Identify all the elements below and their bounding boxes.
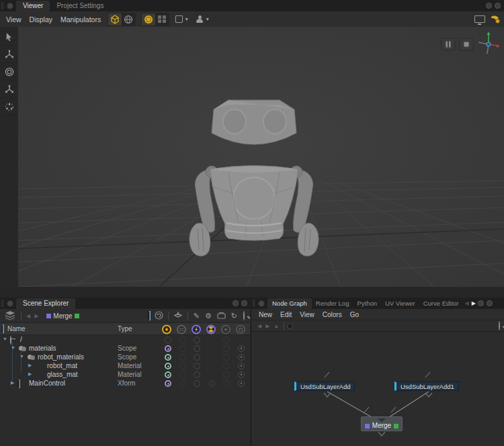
display-options-monitor-icon[interactable] <box>473 13 487 26</box>
viewport-toolstrip <box>0 27 18 287</box>
3d-scene[interactable] <box>18 27 504 287</box>
pane-maximize-icon[interactable] <box>487 300 493 306</box>
node-usdsublayeradd1[interactable]: UsdSubLayerAdd1 <box>394 382 459 391</box>
node-merge[interactable]: Merge <box>361 416 403 431</box>
edit-pencil-icon[interactable]: ✎ <box>191 312 202 320</box>
collapsed-icon[interactable]: ▶ <box>11 380 14 386</box>
path-node-icon[interactable] <box>287 323 293 329</box>
forward-arrow-icon[interactable]: ▶ <box>32 313 40 319</box>
menu-view[interactable]: View <box>3 14 25 25</box>
tab-scroll-left-icon[interactable]: ◀ <box>463 300 471 306</box>
collapsed-icon[interactable]: ▶ <box>28 371 32 377</box>
snapshot-case-icon[interactable] <box>214 312 228 320</box>
shading-toggle-group <box>141 13 169 26</box>
world-globe-icon[interactable] <box>122 13 135 26</box>
collapsed-icon[interactable]: ▶ <box>28 363 32 368</box>
settings-gear-icon[interactable]: ⚙ <box>202 312 214 320</box>
menu-new[interactable]: New <box>255 310 276 320</box>
pane-menu-icon[interactable] <box>258 300 265 307</box>
menu-view[interactable]: View <box>296 310 318 320</box>
visibility-toggle[interactable] <box>165 371 171 378</box>
tiles-icon[interactable] <box>155 13 169 26</box>
pose-tool-icon[interactable] <box>1 98 17 116</box>
sync-icon[interactable] <box>153 311 165 321</box>
xform-cube-icon <box>19 380 26 387</box>
menu-manipulators[interactable]: Manipulators <box>57 14 104 25</box>
visibility-toggle[interactable] <box>165 345 171 352</box>
snapshot-flag-icon[interactable] <box>488 13 501 26</box>
back-arrow-icon[interactable]: ◀ <box>24 313 32 319</box>
power-column-icon <box>237 326 245 334</box>
tab-project-settings[interactable]: Project Settings <box>50 1 110 11</box>
menu-colors[interactable]: Colors <box>319 310 345 320</box>
tab-uv-viewer[interactable]: UV Viewer <box>381 298 419 309</box>
pane-menu-icon[interactable] <box>7 3 13 9</box>
selection-box-icon[interactable]: ▼ <box>175 13 189 26</box>
flatten-icon[interactable] <box>171 311 185 321</box>
input-label-tick <box>325 372 329 377</box>
node-output-connector <box>425 393 432 397</box>
pane-handle[interactable] <box>1 300 3 307</box>
node-label: UsdSubLayerAdd <box>300 383 350 390</box>
stage-cube-icon[interactable] <box>147 312 153 320</box>
visibility-toggle[interactable] <box>165 380 171 387</box>
prim-name: robot_materials <box>38 353 84 361</box>
tree-row-robot-mat[interactable]: ▶ robot_mat Material <box>0 361 250 370</box>
tab-viewer[interactable]: Viewer <box>16 1 50 11</box>
collapse-chevron-icon[interactable] <box>378 418 386 422</box>
visibility-toggle[interactable] <box>165 363 171 369</box>
tree-row-materials[interactable]: ▼ materials Scope <box>0 344 250 353</box>
type-column-header[interactable]: Type <box>118 325 132 332</box>
pane-maximize-icon[interactable] <box>495 3 501 9</box>
tab-scroll-right-icon[interactable]: ▶ <box>471 300 476 306</box>
expand-icon[interactable]: ▼ <box>11 345 15 350</box>
rotate-tool-icon[interactable] <box>1 63 17 81</box>
up-level-icon[interactable]: ▲ <box>271 323 281 329</box>
visibility-toggle[interactable] <box>165 354 171 361</box>
tab-scene-explorer[interactable]: Scene Explorer <box>16 298 75 309</box>
translate-tool-icon[interactable] <box>1 46 17 63</box>
drawmode-badge[interactable] <box>208 380 215 387</box>
material-sphere-icon <box>36 371 44 378</box>
current-lop-node[interactable]: Merge <box>44 312 81 320</box>
shaded-sphere-icon[interactable] <box>142 13 155 26</box>
menu-display[interactable]: Display <box>26 14 56 25</box>
history-forward-icon[interactable]: ▶ <box>263 323 271 329</box>
person-icon[interactable]: ▼ <box>196 13 210 26</box>
name-column-header[interactable]: Name <box>7 325 26 332</box>
tab-curve-editor[interactable]: Curve Editor <box>419 298 463 309</box>
menu-go[interactable]: Go <box>347 310 362 320</box>
tab-python[interactable]: Python <box>353 298 381 309</box>
node-graph-canvas[interactable]: UsdSubLayerAdd UsdSubLayerAdd1 Merge <box>251 332 504 446</box>
pane-handle[interactable] <box>253 300 255 307</box>
tree-row-root[interactable]: ▼ / <box>0 335 250 344</box>
search-icon[interactable] <box>240 312 248 320</box>
expand-icon[interactable]: ▼ <box>3 337 7 341</box>
menu-edit[interactable]: Edit <box>277 310 295 320</box>
tree-row-glass-mat[interactable]: ▶ glass_mat Material <box>0 370 250 379</box>
object-cube-icon[interactable] <box>108 13 122 26</box>
node-output-connector <box>324 393 331 397</box>
pane-maximize-icon[interactable] <box>241 300 247 306</box>
tree-rows: ▼ / ▼ materials Scope ▼ robot_material <box>0 335 250 446</box>
prim-name: materials <box>29 345 56 352</box>
tree-row-robot-materials[interactable]: ▼ robot_materials Scope <box>0 353 250 361</box>
tab-node-graph[interactable]: Node Graph <box>267 298 312 309</box>
pane-minimize-icon[interactable] <box>486 3 492 9</box>
search-icon[interactable] <box>499 322 500 330</box>
pane-menu-icon[interactable] <box>7 300 13 307</box>
node-graph-tabbar: Node Graph Render Log Python UV Viewer C… <box>251 298 504 309</box>
recook-icon[interactable]: ↻ <box>228 312 240 320</box>
pane-minimize-icon[interactable] <box>478 300 484 306</box>
select-tool-icon[interactable] <box>1 28 17 46</box>
tab-render-log[interactable]: Render Log <box>312 298 353 309</box>
pane-minimize-icon[interactable] <box>233 300 239 306</box>
tree-row-maincontrol[interactable]: ▶ MainControl Xform <box>0 379 250 388</box>
node-usdsublayeradd[interactable]: UsdSubLayerAdd <box>294 382 355 391</box>
pane-handle[interactable] <box>1 2 3 9</box>
layers-icon[interactable] <box>2 310 18 322</box>
prim-type: Material <box>118 371 142 378</box>
expand-icon[interactable]: ▼ <box>19 354 24 359</box>
history-back-icon[interactable]: ◀ <box>255 323 263 329</box>
scale-tool-icon[interactable] <box>1 81 17 98</box>
